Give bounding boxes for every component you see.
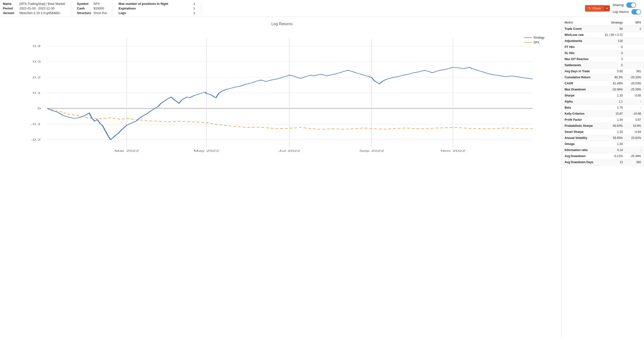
sharing-toggle[interactable] bbox=[626, 2, 636, 8]
svg-text:0.2: 0.2 bbox=[33, 76, 41, 79]
legend-strategy-label: Strategy bbox=[534, 36, 544, 39]
info-section-1: Name [SPX-TrailingStop] / Bear Market Pe… bbox=[3, 2, 71, 15]
metric-strategy-value: 50 bbox=[600, 26, 626, 32]
metric-strategy-value: 15.87 bbox=[600, 111, 626, 117]
symbol-value: SPX bbox=[94, 2, 100, 5]
metric-spx-value: -16.98 bbox=[626, 111, 644, 117]
metric-name: Avg Drawdown bbox=[562, 153, 600, 159]
period-value: 2022-01-03 - 2022-12-30 bbox=[20, 6, 55, 10]
metric-name: Win/Loss rate bbox=[562, 32, 600, 38]
metric-spx-value: -25.39% bbox=[626, 153, 644, 159]
max-positions-row: Max number of positions in flight 1 bbox=[118, 2, 195, 5]
metric-strategy-value: 56.65% bbox=[600, 135, 626, 141]
main-content: Log Returns Strategy SPX .grid-line { st… bbox=[0, 17, 644, 338]
col-spx-header: SPX bbox=[626, 19, 644, 26]
chart-container: Strategy SPX .grid-line { stroke: #e0e0e… bbox=[5, 29, 559, 333]
clone-btn-group: ↻ Clone ▾ bbox=[585, 5, 610, 12]
metric-name: Avg Days in Trade bbox=[562, 68, 600, 74]
metric-name: Probabilistic Sharpe bbox=[562, 123, 600, 129]
metric-name: Omega bbox=[562, 141, 600, 147]
name-label: Name bbox=[3, 2, 18, 5]
metric-name: Beta bbox=[562, 105, 600, 111]
metric-strategy-value: 1.32 bbox=[600, 129, 626, 135]
metric-name: Adjustments bbox=[562, 38, 600, 44]
table-row: Avg Drawdown-5.21%-25.39% bbox=[562, 153, 644, 159]
legs-row: Legs 1 bbox=[118, 11, 195, 15]
metric-spx-value: - bbox=[626, 147, 644, 153]
toggles-container: Sharing: Log returns: bbox=[613, 2, 641, 14]
strategy-line-icon bbox=[524, 37, 532, 38]
metric-name: Alpha bbox=[562, 99, 600, 105]
structure-row: Structure Short Put bbox=[77, 11, 106, 15]
clone-dropdown-button[interactable]: ▾ bbox=[604, 5, 610, 11]
chevron-down-icon: ▾ bbox=[606, 7, 608, 10]
svg-text:Jul 2022: Jul 2022 bbox=[278, 149, 300, 152]
cash-label: Cash bbox=[77, 6, 92, 10]
metric-strategy-value: 1.34 bbox=[600, 117, 626, 123]
log-returns-toggle[interactable] bbox=[631, 9, 641, 14]
col-strategy-header: Strategy bbox=[600, 19, 626, 26]
sharing-label: Sharing: bbox=[613, 3, 624, 7]
metrics-panel: Metric Strategy SPX Trade Count501Win/Lo… bbox=[562, 17, 644, 338]
table-row: Omega1.34 bbox=[562, 141, 644, 147]
max-positions-value: 1 bbox=[193, 2, 195, 5]
metric-spx-value: - bbox=[626, 105, 644, 111]
metric-spx-value: 23.62% bbox=[626, 135, 644, 141]
cash-row: Cash $10000 bbox=[77, 6, 106, 10]
metric-name: Annual Volatility bbox=[562, 135, 600, 141]
actions-section: ↻ Clone ▾ Sharing: Log returns: bbox=[585, 2, 641, 15]
name-value: [SPX-TrailingStop] / Bear Market bbox=[20, 2, 65, 5]
expirations-row: Expirations 1 bbox=[118, 6, 195, 10]
table-row: Max DIT Reaches3 bbox=[562, 56, 644, 62]
log-returns-label: Log returns: bbox=[613, 10, 630, 13]
table-row: Max Drawdown-32.06%-25.39% bbox=[562, 87, 644, 93]
metric-spx-value bbox=[626, 32, 644, 38]
col-metric-header: Metric bbox=[562, 19, 600, 26]
structure-label: Structure bbox=[77, 11, 92, 15]
metric-name: Information ratio bbox=[562, 147, 600, 153]
sharing-slider bbox=[626, 2, 636, 8]
max-positions-label: Max number of positions in flight bbox=[118, 2, 191, 5]
table-row: Smart Sharpe1.32-0.84 bbox=[562, 129, 644, 135]
metric-spx-value: 361 bbox=[626, 68, 644, 74]
cash-value: $10000 bbox=[94, 6, 104, 10]
table-row: Trade Count501 bbox=[562, 26, 644, 32]
metric-strategy-value: 116 bbox=[600, 38, 626, 44]
log-returns-slider bbox=[631, 9, 641, 14]
table-row: Win/Loss rate21 / 29 = 0.72 bbox=[562, 32, 644, 38]
log-returns-toggle-row: Log returns: bbox=[613, 9, 641, 14]
metric-name: Trade Count bbox=[562, 26, 600, 32]
metric-name: Avg Drawdown Days bbox=[562, 159, 600, 165]
metric-name: Smart Sharpe bbox=[562, 129, 600, 135]
table-row: Settlements0 bbox=[562, 62, 644, 68]
metric-name: Max Drawdown bbox=[562, 87, 600, 93]
expirations-value: 1 bbox=[193, 6, 195, 10]
version-row: Version MesoSim-2.10.1-0-g458485c bbox=[3, 11, 65, 15]
svg-text:0.4: 0.4 bbox=[33, 45, 41, 47]
symbol-row: Symbol SPX bbox=[77, 2, 106, 5]
metric-strategy-value: 1.33 bbox=[600, 93, 626, 99]
metric-spx-value: -0.84 bbox=[626, 129, 644, 135]
metric-spx-value: 0.87 bbox=[626, 117, 644, 123]
metric-spx-value bbox=[626, 50, 644, 56]
metric-strategy-value: 1.75 bbox=[600, 105, 626, 111]
metric-name: Cumulative Return bbox=[562, 74, 600, 80]
metric-strategy-value: 5.92 bbox=[600, 68, 626, 74]
metric-spx-value: -20.33% bbox=[626, 74, 644, 80]
table-row: Kelly Criterion15.87-16.98 bbox=[562, 111, 644, 117]
info-section-2: Symbol SPX Cash $10000 Structure Short P… bbox=[77, 2, 113, 15]
table-row: Beta1.75- bbox=[562, 105, 644, 111]
metrics-header-row: Metric Strategy SPX bbox=[562, 19, 644, 26]
version-label: Version bbox=[3, 11, 18, 15]
chart-area: Log Returns Strategy SPX .grid-line { st… bbox=[0, 17, 562, 338]
metric-strategy-value: 1.34 bbox=[600, 141, 626, 147]
chart-title: Log Returns bbox=[271, 22, 292, 26]
metric-spx-value: 1 bbox=[626, 26, 644, 32]
metric-strategy-value: 81.49% bbox=[600, 80, 626, 87]
table-row: Sharpe1.33-0.85 bbox=[562, 93, 644, 99]
clone-button[interactable]: ↻ Clone bbox=[585, 5, 604, 12]
svg-text:May 2022: May 2022 bbox=[194, 149, 219, 152]
table-row: Avg Drawdown Days13360 bbox=[562, 159, 644, 165]
legs-label: Legs bbox=[118, 11, 191, 15]
table-row: Information ratio0.14- bbox=[562, 147, 644, 153]
